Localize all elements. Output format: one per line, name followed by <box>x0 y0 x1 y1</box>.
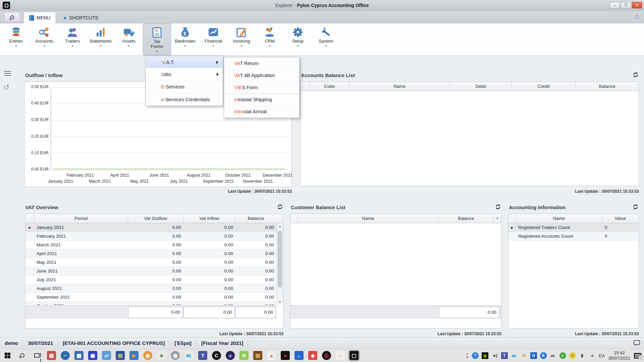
bluetooth-tray-icon[interactable]: B <box>540 352 547 359</box>
submenu-item-intrastat-arrival[interactable]: Intrastat Arrival <box>224 106 299 118</box>
submenu-item-vat-4b-application[interactable]: VAT 4B Application <box>224 69 299 81</box>
submenu-item-vies-form[interactable]: VIES Form <box>224 81 299 94</box>
accounts-refresh-icon[interactable] <box>633 72 639 78</box>
hidden-icons-expander[interactable]: ^v <box>466 353 468 358</box>
save-floppy-icon[interactable]: ▣ <box>88 351 97 360</box>
toolbar-invoicing-button[interactable]: Invoicing ▼ <box>227 23 256 55</box>
vlc-player-icon[interactable]: ▲ <box>267 351 276 360</box>
winrar-icon[interactable]: ▤ <box>253 351 262 360</box>
column-header-code[interactable]: Code <box>310 82 350 91</box>
toolbar-system-button[interactable]: System ▼ <box>312 23 340 55</box>
hamburger-menu-icon[interactable] <box>4 71 11 76</box>
dual-monitors-icon[interactable]: ▱ <box>102 351 111 360</box>
column-header-balance[interactable]: Balance <box>439 214 494 223</box>
wifi-tray-icon[interactable]: ((( <box>511 352 518 359</box>
taskbar-clock[interactable]: 15:42 30/07/2021 <box>608 350 630 361</box>
column-header-credit[interactable]: Credit <box>512 82 576 91</box>
customer-refresh-icon[interactable] <box>495 204 501 210</box>
toolbar-accounts-button[interactable]: Accounts ▼ <box>30 23 58 55</box>
windows-tool-icon[interactable]: ◆ <box>226 351 235 360</box>
tab-shortcuts[interactable]: SHORTCUTS <box>59 12 104 23</box>
menu-item-e-services[interactable]: E-Services <box>146 81 223 93</box>
close-button[interactable]: ✕ <box>632 2 642 8</box>
popcorn-time-icon[interactable]: ▨ <box>47 351 56 360</box>
column-header-balance[interactable]: Balance <box>235 214 276 223</box>
scroll-up-button[interactable]: ▲ <box>277 223 283 229</box>
toolbar-tax-forms-button[interactable]: % Tax Forms ▼ <box>143 23 171 55</box>
table-row[interactable]: April 2021 0.00 0.00 0.00 <box>25 249 276 258</box>
openoffice-icon[interactable]: ~ <box>61 351 70 360</box>
table-row[interactable]: February 2021 0.00 0.00 0.00 <box>25 232 276 241</box>
accinfo-refresh-icon[interactable] <box>633 204 639 210</box>
Registered Accounts Count-icon[interactable]: Registered Accounts Count 0 <box>508 232 639 241</box>
table-row[interactable]: March 2021 0.00 0.00 0.00 <box>25 241 276 249</box>
column-header-vat-inflow[interactable]: Vat Inflow <box>183 214 235 223</box>
dell-display-icon[interactable]: ◈ <box>308 351 317 360</box>
power-tray-icon[interactable]: ▮ <box>579 352 586 359</box>
start-button[interactable] <box>0 349 15 362</box>
table-row[interactable]: ▶ January 2021 0.00 0.00 0.00 <box>25 223 276 232</box>
submenu-item-vat-return[interactable]: VAT Return <box>224 57 299 69</box>
mail-tray-icon[interactable]: ✉ <box>521 352 527 359</box>
table-row[interactable]: September 2021 0.00 0.00 0.00 <box>25 293 276 302</box>
column-header-name[interactable]: Name <box>516 214 602 223</box>
antivirus-tray-icon[interactable]: ✓ <box>559 352 566 359</box>
table-row[interactable]: June 2021 0.00 0.00 0.00 <box>25 267 276 276</box>
wifi-manager-icon[interactable]: ((( <box>184 351 194 360</box>
outlook-tray-icon[interactable]: O <box>530 352 537 359</box>
table-row[interactable]: August 2021 0.00 0.00 0.00 <box>25 284 276 293</box>
submenu-item-intrastat-shipping[interactable]: Intrastat Shipping <box>224 94 299 106</box>
vat-scrollbar[interactable]: ▲ ▼ <box>276 223 283 305</box>
google-earth-pro-icon[interactable]: ◍ <box>171 351 180 360</box>
pylon-explorer-icon[interactable]: ▢ <box>350 351 359 360</box>
Registered Traders Count-icon[interactable]: ▶ Registered Traders Count 0 <box>508 223 639 232</box>
volume-tray-icon[interactable]: ◄) <box>491 352 498 359</box>
taskbar-search-button[interactable] <box>15 349 30 362</box>
toolbar-assets-button[interactable]: Assets ▼ <box>115 23 143 55</box>
hotspot-tray-icon[interactable]: ((( <box>550 352 556 359</box>
menu-item-jobs[interactable]: Jobs <box>146 68 223 81</box>
filter-dropdown-icon[interactable]: ▼ <box>494 214 501 223</box>
scroll-down-button[interactable]: ▼ <box>277 299 283 305</box>
toolbar-banknotes-button[interactable]: $ Banknotes ▼ <box>171 23 199 55</box>
notepad-plus-plus-icon[interactable]: N <box>239 351 249 360</box>
nvidia-tray-icon[interactable]: ◉ <box>482 352 488 359</box>
table-row[interactable]: May 2021 0.00 0.00 0.00 <box>25 258 276 267</box>
ribbon-search-button[interactable] <box>4 12 20 22</box>
table-row[interactable]: October 2021 0.00 0.00 0.00 <box>25 302 276 305</box>
history-icon[interactable]: ↺ <box>3 84 9 91</box>
notification-center-icon[interactable]: 1 <box>634 353 641 359</box>
calculator-icon[interactable]: ▦ <box>74 351 84 360</box>
home-icon[interactable]: ⌂ <box>635 13 639 19</box>
disc-burner-icon[interactable]: ◉ <box>143 351 152 360</box>
screen-recorder-icon[interactable]: ● <box>281 351 290 360</box>
search-tool-icon[interactable]: ○ <box>336 351 345 360</box>
ccleaner-icon[interactable]: C <box>212 351 221 360</box>
language-indicator[interactable]: ΕΛ <box>599 353 605 358</box>
column-header-period[interactable]: Period <box>34 214 128 223</box>
column-header-vat-outflow[interactable]: Vat Outflow <box>128 214 183 223</box>
table-row[interactable]: July 2021 0.00 0.00 0.00 <box>25 276 276 284</box>
ms-teams-icon[interactable]: T <box>198 351 207 360</box>
menu-item-vat[interactable]: V.A.T. <box>146 57 222 68</box>
teams-tray-icon[interactable]: T <box>501 352 508 359</box>
column-header-balance[interactable]: Balance <box>576 82 639 91</box>
tab-menu[interactable]: MENU <box>23 12 56 23</box>
teamviewer-icon[interactable]: ↔ <box>294 351 304 360</box>
help-tray-icon[interactable]: ? <box>472 352 479 359</box>
column-header-value[interactable]: Value <box>602 214 638 223</box>
toolbar-statements-button[interactable]: Statements ▼ <box>87 23 115 55</box>
column-header-name[interactable]: Name <box>350 82 450 91</box>
toolbar-crm-button[interactable]: CRM ▼ <box>256 23 284 55</box>
toolbar-entries-button[interactable]: Entries ▼ <box>2 23 30 55</box>
chat-bubble-icon[interactable] <box>634 340 640 347</box>
minimize-button[interactable]: – <box>610 2 620 8</box>
toolbar-traders-button[interactable]: Traders ▼ <box>58 23 87 55</box>
column-header-name[interactable]: Name <box>298 214 439 223</box>
task-view-button[interactable] <box>30 349 44 362</box>
media-player-icon[interactable]: ▶ <box>129 351 139 360</box>
tuning-tool-icon[interactable]: ◎ <box>322 351 331 360</box>
menu-item-e-services-credentials[interactable]: e-Services Credentials <box>146 93 223 106</box>
vat-refresh-icon[interactable] <box>277 204 283 210</box>
toolbar-setup-button[interactable]: Setup ▼ <box>284 23 312 55</box>
